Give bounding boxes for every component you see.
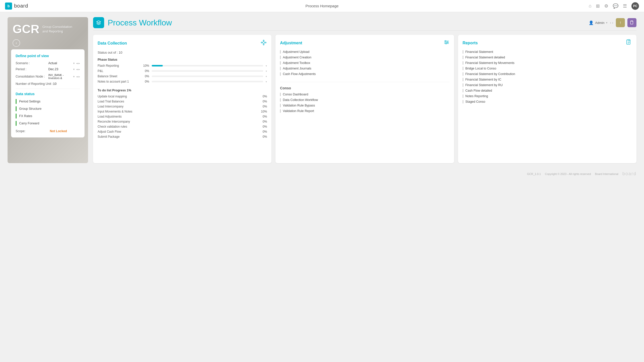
report-bullet xyxy=(463,56,463,59)
phase-bar xyxy=(152,65,263,66)
reports-title: Reports xyxy=(463,41,478,45)
todo-name: Update local mapping xyxy=(98,95,258,98)
cards-grid: Data Collection Status out of : 10 Phase… xyxy=(93,35,636,163)
report-item-text: Financial Statement by IC xyxy=(465,78,501,81)
period-field: Period : Dec.23 ▾ ◂ ▸ xyxy=(16,67,80,71)
scenario-nav[interactable]: ◂ ▸ xyxy=(76,62,80,65)
report-item-text: Financial Statement by RU xyxy=(465,83,503,87)
scope-value: Not Locked xyxy=(50,129,67,133)
upload-button[interactable]: ↑ xyxy=(616,18,625,27)
adjustment-toolbox[interactable]: Adjustment Toolbox xyxy=(280,61,449,65)
list-bullet xyxy=(280,98,281,102)
scenario-dropdown-icon[interactable]: ▾ xyxy=(73,62,75,65)
status-dot xyxy=(16,106,17,111)
home-icon[interactable]: ⌂ xyxy=(589,3,591,9)
todo-pct: 10% xyxy=(258,110,267,113)
report-item-text: Notes Reporting xyxy=(465,94,488,98)
todo-name: Submit Package xyxy=(98,135,258,138)
adjustment-upload[interactable]: Adjustment Upload xyxy=(280,50,449,54)
adjustment-creation[interactable]: Adjustment Creation xyxy=(280,56,449,59)
status-item-period-settings[interactable]: Period Settings xyxy=(16,99,80,104)
consolidation-node-dropdown-icon[interactable]: ▾ xyxy=(73,75,75,78)
report-button[interactable] xyxy=(627,18,636,27)
svg-point-3 xyxy=(263,40,264,41)
status-item-group-structure[interactable]: Group Structure xyxy=(16,106,80,111)
chat-icon[interactable]: 💬 xyxy=(613,3,618,9)
consolidation-node-nav[interactable]: ◂ ▸ xyxy=(76,75,80,78)
phase-bar xyxy=(152,70,263,72)
todo-name: Adjust Cash Flow xyxy=(98,130,258,133)
todo-row: Load Intercompany 0% xyxy=(98,105,267,108)
report-notes-reporting[interactable]: Notes Reporting xyxy=(463,94,632,98)
validation-rule-bypass[interactable]: Validation Rule Bypass xyxy=(280,104,449,107)
report-financial-statement-contribution[interactable]: Financial Statement by Contribution xyxy=(463,72,632,76)
nav-prev-btn[interactable]: ‹ xyxy=(610,21,611,25)
period-nav[interactable]: ◂ ▸ xyxy=(76,68,80,71)
cash-flow-adjustments[interactable]: Cash Flow Adjustments xyxy=(280,72,449,76)
back-button[interactable]: ‹ xyxy=(13,39,20,47)
menu-icon[interactable]: ☰ xyxy=(623,3,627,9)
define-point-card: Define point of view Scenario : Actual ▾… xyxy=(11,49,85,137)
report-financial-statement-movements[interactable]: Financial Statement by Movements xyxy=(463,61,632,65)
report-item-text: Financial Statement detailed xyxy=(465,56,505,59)
report-financial-statement[interactable]: Financial Statement xyxy=(463,50,632,54)
reporting-unit-value: 10 xyxy=(53,82,80,86)
report-staged-conso[interactable]: Staged Conso xyxy=(463,100,632,103)
left-panel: GCR Group Consolidation and Reporting ‹ … xyxy=(8,17,88,163)
todo-pct: 0% xyxy=(258,115,267,118)
report-bridge-local-conso[interactable]: Bridge Local to Conso xyxy=(463,67,632,70)
report-cash-flow-detailed[interactable]: Cash Flow detailed xyxy=(463,89,632,92)
right-content: Process Workflow 👤 Admin ▾ ‹ › ↑ xyxy=(93,17,636,163)
report-financial-statement-ru[interactable]: Financial Statement by RU xyxy=(463,83,632,87)
report-bullet xyxy=(463,72,463,76)
todo-pct: 0% xyxy=(258,95,267,98)
footer-version: GCR_1.0.1 xyxy=(527,172,541,175)
phase-bar xyxy=(152,81,263,82)
todo-title: To do list Progress 1% xyxy=(98,89,267,92)
phase-row-notes: Notes to account part 1 0% ▾ xyxy=(98,80,267,83)
phase-pct: 10% xyxy=(140,64,149,67)
admin-dropdown-icon[interactable]: ▾ xyxy=(606,21,608,24)
list-item-text: Adjustment Journals xyxy=(283,67,311,70)
conso-dashboard[interactable]: Conso Dashboard xyxy=(280,93,449,96)
list-bullet xyxy=(280,93,281,96)
layers-icon[interactable]: ⊞ xyxy=(596,3,600,9)
list-item-text: Adjustment Toolbox xyxy=(283,61,310,65)
status-dot xyxy=(16,114,17,119)
todo-row: Adjust Cash Flow 0% xyxy=(98,130,267,133)
svg-point-11 xyxy=(447,42,448,43)
process-workflow-title: Process Workflow xyxy=(108,18,172,27)
data-status-title: Data status xyxy=(16,92,80,96)
phase-row-balance: Balance Sheet 0% ▾ xyxy=(98,75,267,78)
list-item-text: Adjustment Upload xyxy=(283,50,309,54)
reporting-unit-field: Number of Reporting Unit : 10 xyxy=(16,82,80,86)
card-divider xyxy=(280,82,449,82)
status-item-fx-rates[interactable]: FX Rates xyxy=(16,114,80,119)
scope-row: Scope: Not Locked xyxy=(16,129,80,133)
todo-row: Update local mapping 0% xyxy=(98,95,267,98)
report-item-text: Bridge Local to Conso xyxy=(465,67,496,70)
app-logo[interactable]: b board xyxy=(5,3,28,10)
data-collection-icon xyxy=(260,39,267,47)
nav-next-btn[interactable]: › xyxy=(612,21,613,25)
report-financial-statement-ic[interactable]: Financial Statement by IC xyxy=(463,78,632,81)
svg-point-5 xyxy=(261,42,262,43)
users-icon[interactable]: ⚙ xyxy=(604,3,608,9)
avatar[interactable]: PC xyxy=(631,2,639,10)
validation-rule-report[interactable]: Validation Rule Report xyxy=(280,109,449,113)
report-item-text: Financial Statement xyxy=(465,50,493,54)
phase-pct: 0% xyxy=(140,80,149,83)
period-dropdown-icon[interactable]: ▾ xyxy=(73,68,75,71)
status-item-carry-forward[interactable]: Carry Forward xyxy=(16,121,80,126)
svg-point-12 xyxy=(446,43,447,44)
adjustment-journals[interactable]: Adjustment Journals xyxy=(280,67,449,70)
todo-name: Load Adjustments xyxy=(98,115,258,118)
reports-card-header: Reports xyxy=(463,39,632,47)
data-collection-workflow[interactable]: Data Collection Workflow xyxy=(280,98,449,102)
report-financial-statement-detailed[interactable]: Financial Statement detailed xyxy=(463,56,632,59)
data-collection-card: Data Collection Status out of : 10 Phase… xyxy=(93,35,271,163)
todo-pct: 0% xyxy=(258,130,267,133)
todo-pct: 0% xyxy=(258,105,267,108)
svg-point-10 xyxy=(445,41,446,42)
phase-name: Notes to account part 1 xyxy=(98,80,138,83)
